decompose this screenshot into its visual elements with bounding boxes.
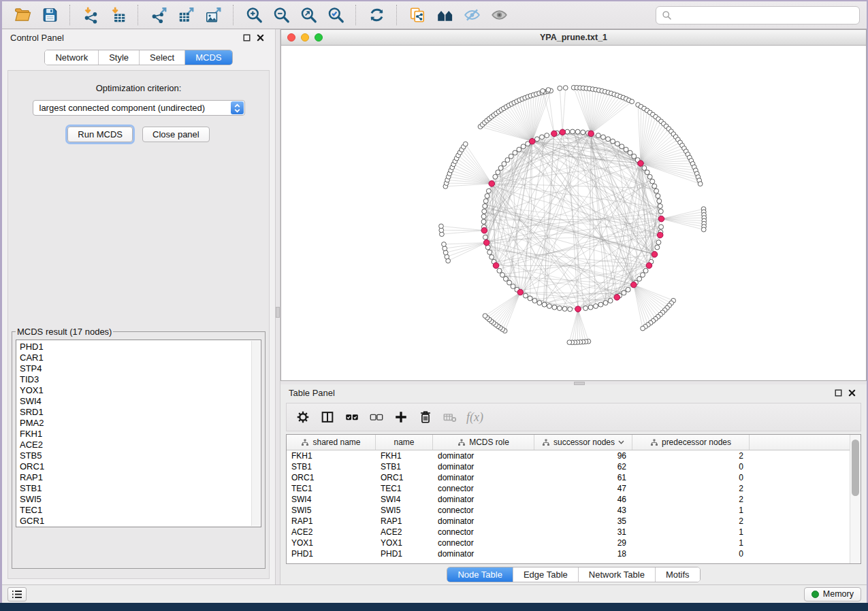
mcds-result-item[interactable]: YOX1	[20, 385, 261, 396]
network-node[interactable]	[620, 144, 624, 149]
column-header-MCDS-role[interactable]: MCDS role	[433, 435, 534, 450]
mcds-result-item[interactable]: SRD1	[20, 407, 261, 418]
network-node[interactable]	[575, 129, 580, 134]
network-node[interactable]	[608, 298, 613, 303]
control-panel-close-button[interactable]	[253, 33, 267, 44]
network-from-selection-button[interactable]	[404, 3, 431, 27]
table-panel-float-button[interactable]	[831, 388, 845, 399]
network-canvas[interactable]	[281, 46, 866, 380]
network-node[interactable]	[581, 130, 585, 135]
dominator-node[interactable]	[588, 131, 594, 137]
column-header-successor-nodes[interactable]: successor nodes	[534, 435, 632, 450]
dominator-node[interactable]	[631, 282, 637, 288]
network-node[interactable]	[528, 296, 532, 301]
network-node[interactable]	[463, 142, 468, 146]
zoom-in-button[interactable]	[240, 3, 268, 27]
dominator-node[interactable]	[658, 216, 664, 222]
table-cell[interactable]: SWI4	[287, 494, 376, 505]
network-node[interactable]	[624, 147, 628, 152]
table-cell[interactable]: 1	[632, 505, 750, 516]
table-row[interactable]: PHD1PHD1dominator180	[287, 548, 850, 559]
show-all-button[interactable]	[485, 3, 513, 27]
network-node[interactable]	[524, 293, 528, 298]
tab-mcds[interactable]: MCDS	[184, 50, 231, 65]
show-task-history-button[interactable]	[7, 587, 27, 601]
mcds-result-item[interactable]: SWI5	[20, 494, 261, 505]
save-session-button[interactable]	[36, 3, 63, 27]
mcds-result-item[interactable]: ORC1	[20, 461, 261, 472]
import-network-button[interactable]	[77, 3, 104, 27]
network-node[interactable]	[658, 209, 663, 214]
criterion-select[interactable]: largest connected component (undirected)	[33, 100, 245, 116]
network-node[interactable]	[611, 139, 615, 144]
network-node[interactable]	[658, 203, 662, 208]
mcds-result-item[interactable]: STB5	[20, 450, 261, 461]
table-cell[interactable]: 43	[534, 505, 632, 516]
dominator-node[interactable]	[481, 227, 487, 233]
network-node[interactable]	[511, 284, 515, 288]
table-cell[interactable]: 2	[632, 516, 750, 527]
network-view-titlebar[interactable]: YPA_prune.txt_1	[281, 30, 866, 46]
column-header-name[interactable]: name	[376, 435, 433, 450]
dominator-node[interactable]	[489, 181, 495, 187]
select-all-button[interactable]	[340, 406, 364, 428]
network-node[interactable]	[513, 150, 517, 155]
network-node[interactable]	[496, 170, 500, 175]
delete-table-button[interactable]	[438, 406, 462, 428]
close-panel-button[interactable]: Close panel	[142, 127, 210, 142]
vertical-splitter[interactable]	[275, 29, 280, 584]
table-cell[interactable]: dominator	[433, 516, 534, 527]
network-node[interactable]	[655, 245, 660, 250]
table-cell[interactable]: YOX1	[287, 538, 376, 548]
memory-button[interactable]: Memory	[804, 587, 861, 601]
table-cell[interactable]: RAP1	[287, 516, 376, 527]
scrollbar-thumb[interactable]	[852, 440, 859, 496]
table-cell[interactable]: dominator	[433, 548, 534, 559]
network-node[interactable]	[698, 182, 703, 186]
network-node[interactable]	[656, 240, 661, 245]
network-node[interactable]	[594, 303, 598, 308]
splitter-grip[interactable]	[276, 307, 280, 318]
network-node[interactable]	[546, 88, 551, 93]
network-node[interactable]	[552, 305, 557, 310]
network-node[interactable]	[481, 214, 486, 219]
tab-edge-table[interactable]: Edge Table	[513, 567, 578, 582]
mcds-result-item[interactable]: STP4	[20, 363, 261, 374]
dominator-node[interactable]	[529, 138, 535, 144]
table-row[interactable]: ORC1ORC1dominator610	[287, 472, 850, 483]
network-node[interactable]	[570, 129, 575, 134]
network-node[interactable]	[598, 302, 603, 307]
network-node[interactable]	[588, 305, 593, 310]
network-node[interactable]	[497, 268, 502, 273]
mcds-result-item[interactable]: RAP1	[20, 472, 261, 483]
network-node[interactable]	[502, 161, 507, 166]
table-scrollbar[interactable]	[850, 435, 861, 563]
control-panel-float-button[interactable]	[240, 33, 253, 44]
network-node[interactable]	[500, 273, 505, 278]
network-node[interactable]	[642, 165, 647, 170]
mcds-result-item[interactable]: TEC1	[20, 505, 261, 516]
table-cell[interactable]: connector	[433, 483, 534, 494]
dominator-node[interactable]	[517, 289, 524, 295]
network-node[interactable]	[654, 188, 659, 193]
network-node[interactable]	[637, 276, 642, 281]
table-cell[interactable]: RAP1	[376, 516, 433, 527]
table-cell[interactable]: 2	[632, 450, 750, 461]
network-node[interactable]	[485, 194, 489, 199]
run-mcds-button[interactable]: Run MCDS	[67, 127, 133, 142]
table-cell[interactable]: SWI5	[376, 505, 433, 516]
network-node[interactable]	[596, 133, 600, 138]
zoom-fit-button[interactable]	[295, 3, 322, 27]
table-cell[interactable]: connector	[433, 505, 534, 516]
tab-network-table[interactable]: Network Table	[578, 567, 655, 582]
network-node[interactable]	[483, 199, 488, 203]
dominator-node[interactable]	[646, 263, 652, 269]
table-row[interactable]: SWI4SWI4dominator462	[287, 494, 850, 505]
network-node[interactable]	[632, 154, 637, 159]
network-node[interactable]	[486, 188, 491, 193]
table-cell[interactable]: ACE2	[376, 527, 433, 538]
deselect-all-button[interactable]	[364, 406, 389, 428]
network-node[interactable]	[601, 135, 606, 139]
network-node[interactable]	[487, 250, 492, 254]
table-cell[interactable]: SWI4	[376, 494, 433, 505]
